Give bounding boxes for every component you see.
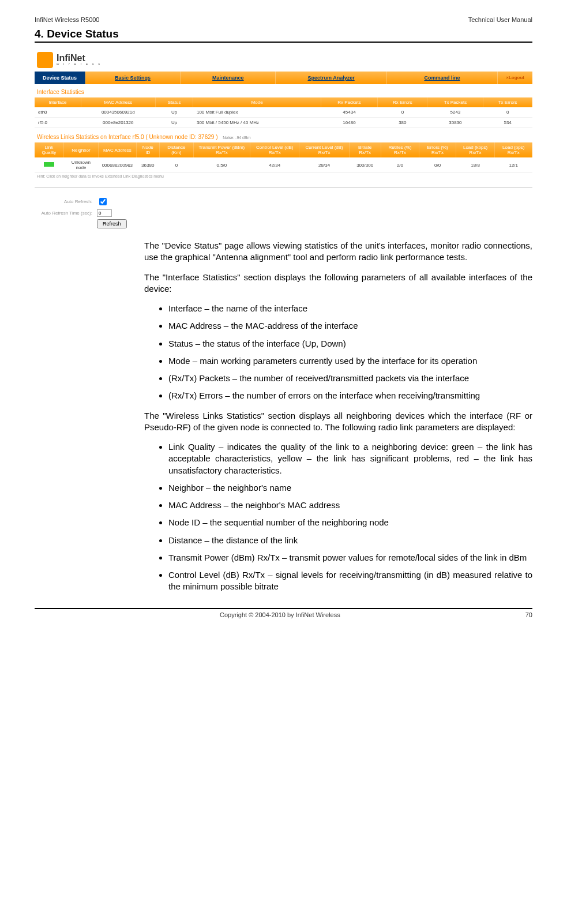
table-row: eth0 000435060921d Up 100 Mbit Full dupl…	[35, 107, 532, 118]
col-mac: MAC Address	[81, 97, 155, 107]
section-heading: 4. Device Status	[35, 28, 532, 40]
logo-subtext: w i r e l e s s	[57, 62, 102, 66]
page-footer: Copyright © 2004-2010 by InfiNet Wireles…	[35, 611, 532, 618]
bullet-list: Link Quality – indicates the quality of …	[144, 441, 532, 593]
col-txp: Tx Packets	[427, 97, 483, 107]
copyright-text: Copyright © 2004-2010 by InfiNet Wireles…	[35, 611, 525, 618]
col-rxp: Rx Packets	[321, 97, 378, 107]
interface-statistics-table: Interface MAC Address Status Mode Rx Pac…	[35, 97, 532, 128]
tab-spectrum-analyzer[interactable]: Spectrum Analyzer	[276, 72, 386, 84]
auto-refresh-time-input[interactable]	[97, 209, 112, 217]
link-quality-indicator	[44, 162, 54, 167]
infinet-logo-icon	[37, 52, 53, 68]
list-item: Transmit Power (dBm) Rx/Tx – transmit po…	[168, 552, 532, 564]
auto-refresh-label: Auto Refresh:	[35, 199, 97, 204]
list-item: MAC Address – the neighbor's MAC address	[168, 499, 532, 511]
list-item: Interface – the name of the interface	[168, 303, 532, 314]
table-row[interactable]: Unknown node 000e8e2009e3 36380 0 0.5/0 …	[35, 157, 532, 173]
document-body: The "Device Status" page allows viewing …	[144, 240, 532, 593]
list-item: Neighbor – the neighbor's name	[168, 482, 532, 494]
auto-refresh-time-label: Auto Refresh Time (sec):	[35, 211, 97, 216]
tab-device-status[interactable]: Device Status	[35, 72, 85, 84]
noise-label: Noise: -94 dBm	[223, 136, 250, 140]
tab-command-line[interactable]: Command line	[387, 72, 498, 84]
list-item: Node ID – the sequential number of the n…	[168, 517, 532, 528]
footer-divider	[35, 608, 532, 609]
wireless-links-title: Wireless Links Statistics on Interface r…	[35, 128, 532, 142]
page-header: InfiNet Wireless R5000 Technical User Ma…	[35, 16, 532, 23]
page-number: 70	[525, 611, 532, 618]
table-row: rf5.0 000e8e201326 Up 300 Mbit / 5450 MH…	[35, 118, 532, 128]
list-item: Control Level (dB) Rx/Tx – signal levels…	[168, 569, 532, 593]
section-divider	[35, 42, 532, 43]
auto-refresh-checkbox[interactable]	[99, 198, 107, 205]
col-txe: Tx Errors	[483, 97, 532, 107]
interface-statistics-title: Interface Statistics	[35, 84, 532, 97]
list-item: Mode – main working parameters currently…	[168, 355, 532, 367]
refresh-button[interactable]: Refresh	[97, 219, 127, 228]
col-rxe: Rx Errors	[378, 97, 427, 107]
paragraph: The "Interface Statistics" section displ…	[144, 272, 532, 295]
logo-text: InfiNet	[57, 54, 102, 62]
list-item: (Rx/Tx) Errors – the number of errors on…	[168, 390, 532, 401]
tab-basic-settings[interactable]: Basic Settings	[85, 72, 181, 84]
tab-maintenance[interactable]: Maintenance	[181, 72, 276, 84]
header-left: InfiNet Wireless R5000	[35, 16, 100, 23]
bullet-list: Interface – the name of the interface MA…	[144, 303, 532, 402]
list-item: Distance – the distance of the link	[168, 535, 532, 546]
list-item: MAC Address – the MAC-address of the int…	[168, 320, 532, 332]
list-item: Link Quality – indicates the quality of …	[168, 441, 532, 476]
paragraph: The "Device Status" page allows viewing …	[144, 240, 532, 264]
header-right: Technical User Manual	[468, 16, 532, 23]
list-item: Status – the status of the interface (Up…	[168, 338, 532, 350]
device-status-screenshot: InfiNet w i r e l e s s Device Status Ba…	[35, 48, 532, 228]
hint-text: Hint: Click on neighbor data to invoke E…	[35, 173, 532, 179]
wireless-links-table: Link Quality Neighbor MAC Address Node I…	[35, 142, 532, 173]
separator	[35, 187, 532, 188]
paragraph: The "Wireless Links Statistics" section …	[144, 410, 532, 434]
list-item: (Rx/Tx) Packets – the number of received…	[168, 373, 532, 384]
auto-refresh-block: Auto Refresh: Auto Refresh Time (sec): R…	[35, 196, 532, 228]
tab-bar: Device Status Basic Settings Maintenance…	[35, 72, 532, 84]
logo-row: InfiNet w i r e l e s s	[35, 48, 532, 72]
col-interface: Interface	[35, 97, 81, 107]
logout-link[interactable]: ×Logout	[498, 72, 532, 84]
col-status: Status	[155, 97, 193, 107]
col-mode: Mode	[193, 97, 321, 107]
